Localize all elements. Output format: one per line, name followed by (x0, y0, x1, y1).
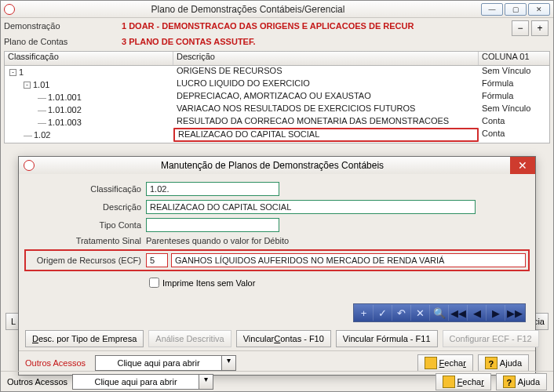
cell-coluna01: Sem Vínculo (479, 66, 549, 78)
sub-footer-combo[interactable]: Clique aqui para abrir ▾ (95, 355, 236, 371)
minimize-button[interactable]: — (481, 3, 503, 16)
cell-classificacao: 1.01.002 (48, 105, 82, 114)
value-tratamento-sinal: Parenteses quando o valor for Débito (146, 236, 289, 245)
input-descricao[interactable] (146, 200, 476, 214)
main-footer-combo[interactable]: Clique aqui para abrir ▾ (72, 374, 213, 390)
cell-classificacao: 1.01.003 (48, 118, 82, 127)
row-demonstracao: Demonstração 1 DOAR - DEMONSTRACAO DAS O… (4, 18, 550, 34)
sub-dialog: Manutenção de Planos de Demonstrações Co… (18, 156, 536, 376)
sub-combo-dropdown-icon[interactable]: ▾ (221, 356, 235, 370)
cell-classificacao: 1.01.001 (48, 93, 82, 102)
add-button[interactable]: + (531, 20, 549, 36)
tree-leaf-icon: — (24, 130, 32, 140)
cell-coluna01: Fórmula (479, 91, 549, 103)
table-row[interactable]: -1ORIGENS DE RECURSOSSem Vínculo (5, 66, 549, 78)
cell-coluna01: Sem Vínculo (479, 103, 549, 116)
btn-vincular-contas[interactable]: Vincular Contas - F10 (236, 330, 331, 347)
input-origem-desc[interactable] (171, 253, 526, 267)
cell-descricao: LUCRO LIQUIDO DO EXERCICIO (173, 78, 479, 91)
btn-configurar-ecf: Configurar ECF - F12 (443, 330, 539, 347)
value-demonstracao: 1 DOAR - DEMONSTRACAO DAS ORIGENS E APLI… (122, 21, 550, 31)
action-buttons: Desc. por Tipo de Empresa Análise Descri… (19, 327, 535, 350)
cell-descricao: RESULTADO DA CORRECAO MONETARIA DAS DEMO… (173, 116, 479, 129)
value-planocontas: 3 PLANO DE CONTAS ASSUTEF. (122, 37, 550, 46)
main-title: Plano de Demonstrações Contábeis/Gerenci… (20, 4, 476, 15)
table-row[interactable]: —1.01.001DEPRECIACAO, AMORTIZACAO OU EXA… (5, 91, 549, 103)
nav-add-icon[interactable]: + (355, 305, 374, 321)
door-icon (425, 357, 437, 369)
sub-btn-ajuda[interactable]: ? Ajuda (478, 354, 529, 372)
table-row[interactable]: —1.01.002VARIACAO NOS RESULTADOS DE EXER… (5, 103, 549, 116)
table-row[interactable]: —1.01.003RESULTADO DA CORRECAO MONETARIA… (5, 116, 549, 129)
label-imprime-itens: Imprime Itens sem Valor (162, 278, 255, 288)
nav-last-icon[interactable]: ▶▶ (505, 305, 524, 321)
cell-descricao: VARIACAO NOS RESULTADOS DE EXERCICIOS FU… (173, 103, 479, 116)
col-header-desc[interactable]: Descrição (173, 52, 479, 65)
remove-button[interactable]: − (512, 20, 529, 36)
table-row[interactable]: —1.02REALIZACAO DO CAPITAL SOCIALConta (5, 129, 549, 141)
cell-descricao: ORIGENS DE RECURSOS (173, 66, 479, 78)
app-icon (4, 4, 15, 15)
label-tipo-conta: Tipo Conta (28, 220, 146, 230)
main-footer-label: Outros Acessos (7, 377, 67, 387)
main-btn-ajuda[interactable]: ? Ajuda (496, 373, 547, 390)
maximize-button[interactable]: ▢ (505, 3, 527, 16)
nav-confirm-icon[interactable]: ✓ (374, 305, 392, 321)
nav-cancel-icon[interactable]: ✕ (411, 305, 430, 321)
collapse-icon[interactable]: - (24, 82, 31, 89)
label-descricao: Descrição (28, 202, 146, 212)
label-demonstracao: Demonstração (4, 21, 122, 31)
cell-classificacao: 1.02 (34, 130, 50, 140)
sub-footer-label: Outros Acessos (25, 358, 86, 368)
tree-leaf-icon: — (38, 93, 46, 102)
door-icon (443, 376, 455, 388)
cell-descricao: REALIZACAO DO CAPITAL SOCIAL (173, 128, 479, 142)
main-titlebar: Plano de Demonstrações Contábeis/Gerenci… (1, 1, 553, 18)
label-classificacao: Classificação (28, 184, 146, 194)
tree-leaf-icon: — (38, 105, 46, 114)
nav-search-icon[interactable]: 🔍 (430, 305, 449, 321)
label-planocontas: Plano de Contas (4, 37, 122, 46)
close-button[interactable]: ✕ (528, 3, 550, 16)
input-tipo-conta[interactable] (146, 218, 279, 232)
btn-vincular-formula[interactable]: Vincular Fórmula - F11 (336, 330, 438, 347)
collapse-icon[interactable]: - (9, 69, 16, 76)
cell-descricao: DEPRECIACAO, AMORTIZACAO OU EXAUSTAO (173, 91, 479, 103)
form-area: Classificação Descrição Tipo Conta Trata… (19, 174, 535, 299)
col-header-c01[interactable]: COLUNA 01 (479, 52, 549, 65)
tree-grid[interactable]: Classificação Descrição COLUNA 01 -1ORIG… (4, 51, 550, 143)
tree-leaf-icon: — (38, 118, 46, 127)
help-icon: ? (503, 376, 516, 388)
main-combo-dropdown-icon[interactable]: ▾ (199, 375, 213, 389)
checkbox-imprime-itens[interactable] (149, 278, 159, 288)
btn-analise-descritiva: Análise Descritiva (148, 330, 231, 347)
btn-desc-por-tipo[interactable]: Desc. por Tipo de Empresa (25, 330, 144, 347)
label-tratamento-sinal: Tratamento Sinal (28, 236, 146, 245)
sub-titlebar: Manutenção de Planos de Demonstrações Co… (19, 157, 535, 174)
nav-prev-icon[interactable]: ◀ (468, 305, 487, 321)
main-window: Plano de Demonstrações Contábeis/Gerenci… (0, 0, 554, 392)
cell-classificacao: 1.01 (33, 80, 49, 89)
table-row[interactable]: -1.01LUCRO LIQUIDO DO EXERCICIOFórmula (5, 78, 549, 91)
record-nav-toolbar: +✓↶✕🔍◀◀◀▶▶▶ (19, 299, 535, 327)
cell-coluna01: Fórmula (479, 78, 549, 91)
main-combo-text: Clique aqui para abrir (73, 377, 199, 387)
col-header-class[interactable]: Classificação (5, 52, 173, 65)
cell-coluna01: Conta (479, 129, 549, 141)
sub-app-icon (24, 160, 35, 171)
nav-next-icon[interactable]: ▶ (487, 305, 505, 321)
sub-close-button[interactable]: ✕ (510, 157, 535, 174)
cell-classificacao: 1 (19, 67, 24, 77)
help-icon: ? (485, 357, 498, 369)
sub-btn-fechar[interactable]: Fechar (417, 354, 473, 372)
nav-first-icon[interactable]: ◀◀ (449, 305, 468, 321)
sub-combo-text: Clique aqui para abrir (96, 358, 221, 368)
nav-undo-icon[interactable]: ↶ (392, 305, 411, 321)
label-origem-recursos: Origem de Recursos (ECF) (28, 256, 146, 265)
main-footer: Outros Acessos Clique aqui para abrir ▾ … (1, 371, 553, 391)
cell-coluna01: Conta (479, 116, 549, 129)
main-btn-fechar[interactable]: Fechar (436, 373, 491, 390)
input-classificacao[interactable] (146, 182, 279, 196)
row-planocontas: Plano de Contas 3 PLANO DE CONTAS ASSUTE… (4, 34, 550, 49)
input-origem-code[interactable] (146, 253, 168, 267)
